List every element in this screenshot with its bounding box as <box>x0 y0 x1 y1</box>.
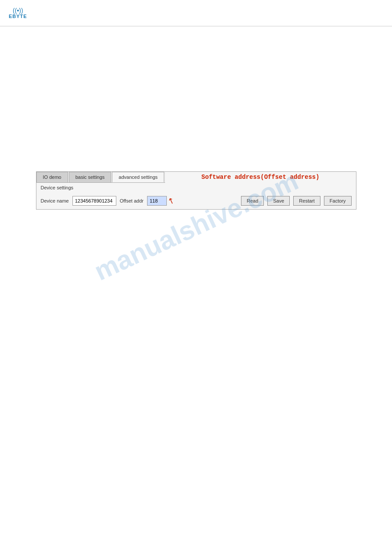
arrow-annotation: ↖ <box>167 195 176 207</box>
tab-io-demo[interactable]: IO demo <box>36 172 68 182</box>
tab-basic-settings[interactable]: basic settings <box>69 172 111 182</box>
logo: ((•)) EBYTE <box>9 7 27 19</box>
panel: IO demo basic settings advanced settings… <box>36 171 356 210</box>
device-settings-label: Device settings <box>41 185 74 190</box>
save-button[interactable]: Save <box>267 196 290 206</box>
device-name-label: Device name <box>41 198 69 203</box>
factory-button[interactable]: Factory <box>324 196 352 206</box>
device-settings-row: Device name Offset addr ↖ Read Save Rest… <box>36 192 356 209</box>
main-content: IO demo basic settings advanced settings… <box>0 26 392 218</box>
restart-button[interactable]: Restart <box>293 196 320 206</box>
software-address-label: Software address(Offset address) <box>165 174 356 181</box>
read-button[interactable]: Read <box>241 196 264 206</box>
tab-advanced-settings[interactable]: advanced settings <box>112 172 164 182</box>
offset-addr-input[interactable] <box>147 196 167 206</box>
header: ((•)) EBYTE <box>0 0 392 26</box>
offset-addr-label: Offset addr <box>120 198 144 203</box>
device-settings-header: Device settings <box>36 183 356 192</box>
ebyte-logo-icon: ((•)) <box>13 7 23 14</box>
logo-text: EBYTE <box>9 14 27 19</box>
device-name-input[interactable] <box>72 196 116 206</box>
